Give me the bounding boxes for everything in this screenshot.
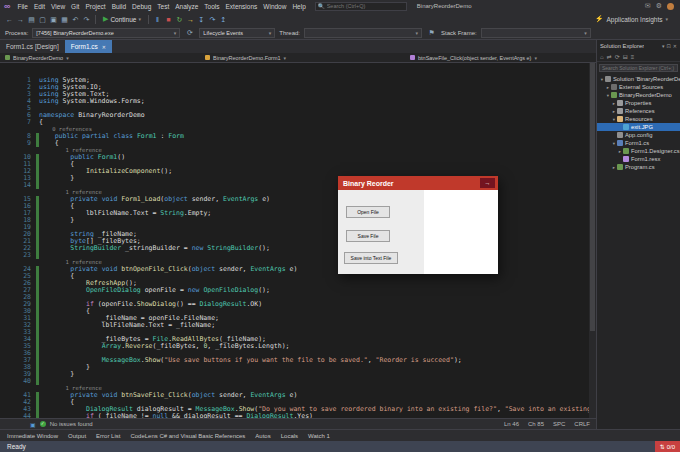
menu-view[interactable]: View — [48, 3, 68, 10]
back-icon[interactable]: ← — [4, 13, 15, 26]
tree-item-properties[interactable]: ▸Properties — [597, 99, 680, 107]
switch-views-icon[interactable]: ⇄ — [607, 53, 612, 60]
form-button-open-file[interactable]: Open File — [346, 206, 390, 218]
code-line[interactable]: 17 lblFileName.Text = String.Empty; — [0, 210, 596, 217]
menu-test[interactable]: Test — [154, 3, 172, 10]
issues-status[interactable]: No issues found — [50, 421, 93, 427]
menu-help[interactable]: Help — [289, 3, 308, 10]
solution-search-input[interactable] — [599, 64, 678, 72]
menu-debug[interactable]: Debug — [129, 3, 154, 10]
bottom-tab-locals[interactable]: Locals — [281, 433, 298, 439]
code-line[interactable]: 12 InitializeComponent(); — [0, 168, 596, 175]
code-line[interactable]: 41 private void btnSaveFile_Click(object… — [0, 392, 596, 399]
app-window-titlebar[interactable]: Binary Reorder → — [338, 176, 498, 190]
step-into-icon[interactable]: ↧ — [196, 13, 207, 26]
column-indicator[interactable]: Ch 85 — [528, 421, 544, 427]
code-line[interactable]: 4using System.Windows.Forms; — [0, 98, 596, 105]
quick-search-box[interactable]: 🔍 — [315, 2, 407, 11]
process-dropdown[interactable]: [7456] BinaryReorderDemo.exe ▾ — [32, 28, 180, 38]
bottom-tab-error-list[interactable]: Error List — [96, 433, 120, 439]
menu-analyze[interactable]: Analyze — [172, 3, 201, 10]
tree-item-program-cs[interactable]: ▸Program.cs — [597, 163, 680, 171]
menu-file[interactable]: File — [14, 3, 30, 10]
home-icon[interactable]: ⌂ — [600, 54, 604, 60]
menu-window[interactable]: Window — [260, 3, 289, 10]
menu-edit[interactable]: Edit — [31, 3, 48, 10]
new-file-icon[interactable]: ▤ — [26, 13, 37, 26]
step-over-icon[interactable]: ↷ — [207, 13, 218, 26]
pin-icon[interactable]: ⊡ — [667, 43, 671, 49]
tree-item-external-sources[interactable]: ▸External Sources — [597, 83, 680, 91]
tab-form1-code[interactable]: Form1.cs ✕ — [65, 40, 112, 53]
type-dropdown[interactable]: BinaryReorderDemo.Form1 ▾ — [200, 53, 405, 63]
code-line[interactable]: 35 Array.Reverse(_fileBytes, 0, _fileByt… — [0, 343, 596, 350]
lifecycle-events-dropdown[interactable]: Lifecycle Events ▾ — [199, 28, 275, 38]
menu-git[interactable]: Git — [68, 3, 82, 10]
binary-reorder-app-window[interactable]: Binary Reorder → Open FileSave FileSave … — [338, 176, 498, 274]
exit-image-button[interactable]: → — [480, 178, 495, 188]
show-all-files-icon[interactable]: ≡ — [631, 54, 635, 60]
project-dropdown[interactable]: BinaryReorderDemo ▾ — [0, 53, 200, 63]
close-icon[interactable]: ✕ — [673, 43, 677, 49]
close-icon[interactable]: ✕ — [102, 44, 106, 50]
collapse-all-icon[interactable]: ⊟ — [623, 53, 628, 60]
thread-dropdown[interactable]: ▾ — [304, 28, 422, 38]
line-ending-indicator[interactable]: CRLF — [574, 421, 590, 427]
bottom-tab-codelens-c-and-visual-basic-references[interactable]: CodeLens C# and Visual Basic References — [130, 433, 245, 439]
code-line[interactable]: 22 StringBuilder _stringBuilder = new St… — [0, 245, 596, 252]
solution-search-box[interactable] — [597, 62, 680, 73]
form-button-save-into-text-file[interactable]: Save into Text File — [344, 252, 398, 264]
code-line[interactable]: 39 } — [0, 371, 596, 378]
menu-tools[interactable]: Tools — [201, 3, 222, 10]
undo-icon[interactable]: ↶ — [70, 13, 81, 26]
break-all-icon[interactable]: ‖ — [152, 13, 163, 26]
save-all-icon[interactable]: ▦ — [59, 13, 70, 26]
code-line[interactable]: 13 } — [0, 175, 596, 182]
tab-form1-design[interactable]: Form1.cs [Design] — [0, 40, 65, 53]
open-file-icon[interactable]: ▢ — [37, 13, 48, 26]
tree-item-form1-cs[interactable]: ▾Form1.cs — [597, 139, 680, 147]
code-line[interactable]: 23 — [0, 252, 596, 259]
stop-icon[interactable]: ■ — [163, 13, 174, 26]
refresh-icon[interactable]: ⟳ — [615, 53, 620, 60]
sync-badge[interactable]: ⇅ 0/0 — [655, 441, 680, 452]
document-health-icon[interactable]: ▣ — [30, 421, 36, 428]
editor-scrollbar[interactable] — [589, 63, 596, 418]
tree-item-binaryreorderdemo[interactable]: ▾BinaryReorderDemo — [597, 91, 680, 99]
code-line[interactable]: 27 OpenFileDialog openFile = new OpenFil… — [0, 287, 596, 294]
quick-search-input[interactable] — [327, 3, 404, 9]
forward-icon[interactable]: → — [15, 13, 26, 26]
code-line[interactable]: 10 public Form1() — [0, 154, 596, 161]
tree-item-exit-jpg[interactable]: exit.JPG — [597, 123, 680, 131]
redo-icon[interactable]: ↷ — [81, 13, 92, 26]
scrollbar-thumb[interactable] — [590, 63, 595, 331]
application-insights-dropdown[interactable]: ⚡ Application Insights ▾ — [595, 15, 676, 23]
settings-icon[interactable]: ⚙ — [656, 2, 662, 10]
menu-build[interactable]: Build — [109, 3, 129, 10]
flag-threads-icon[interactable]: ⚑ — [426, 26, 437, 39]
restart-icon[interactable]: ↻ — [174, 13, 185, 26]
code-editor[interactable]: 1using System;2using System.IO;3using Sy… — [0, 63, 596, 418]
tree-item-form1-resx[interactable]: Form1.resx — [597, 155, 680, 163]
code-line[interactable]: 40 — [0, 378, 596, 385]
code-line[interactable]: 8 public partial class Form1 : Form — [0, 133, 596, 140]
feedback-icon[interactable]: ✉ — [645, 2, 651, 10]
bottom-tab-output[interactable]: Output — [68, 433, 86, 439]
bottom-tab-watch-1[interactable]: Watch 1 — [308, 433, 330, 439]
step-out-icon[interactable]: ↥ — [218, 13, 229, 26]
options-chevron-icon[interactable]: ▾ — [662, 43, 665, 49]
code-line[interactable]: 6namespace BinaryReorderDemo — [0, 112, 596, 119]
code-line[interactable]: 18 } — [0, 217, 596, 224]
code-line[interactable]: 15 private void Form1_Load(object sender… — [0, 196, 596, 203]
bottom-tab-immediate-window[interactable]: Immediate Window — [7, 433, 58, 439]
code-line[interactable]: 38 } — [0, 364, 596, 371]
tree-item-app-config[interactable]: App.config — [597, 131, 680, 139]
refresh-process-icon[interactable]: ⟳ — [184, 26, 195, 39]
code-line[interactable]: 24 private void btnOpenFile_Click(object… — [0, 266, 596, 273]
tree-item-resources[interactable]: ▾Resources — [597, 115, 680, 123]
member-dropdown[interactable]: btnSaveFile_Click(object sender, EventAr… — [405, 53, 596, 63]
spaces-indicator[interactable]: SPC — [553, 421, 565, 427]
tree-item-solution-binaryreorderdemo-1-of-1-project[interactable]: ▾Solution 'BinaryReorderDemo' (1 of 1 pr… — [597, 75, 680, 83]
user-avatar[interactable] — [667, 3, 674, 10]
save-icon[interactable]: ▣ — [48, 13, 59, 26]
